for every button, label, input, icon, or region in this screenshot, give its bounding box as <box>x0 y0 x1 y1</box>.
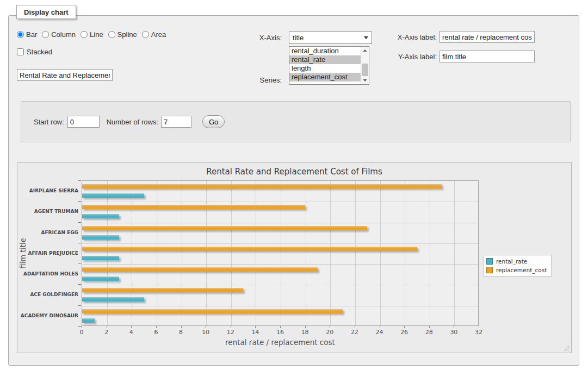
xaxis-title: rental rate / replacement cost <box>82 338 479 347</box>
gridline-x-30 <box>454 181 455 325</box>
chart-type-option-column: Column <box>42 30 76 39</box>
bar-rental_rate-adaptation-holes <box>82 277 119 281</box>
xaxis-tick <box>131 326 132 328</box>
yaxis-label-field-label: Y-Axis label: <box>383 53 437 61</box>
legend-label: rental_rate <box>496 258 527 265</box>
xaxis-tick-label: 0 <box>71 329 92 336</box>
xaxis-tick-label: 10 <box>195 329 216 336</box>
chart-type-label: Bar <box>26 30 37 39</box>
num-rows-input[interactable] <box>161 116 191 128</box>
category-label: ACADEMY DINOSAUR <box>17 313 78 318</box>
plot-area <box>82 180 479 326</box>
xaxis-label-field-label: X-Axis label: <box>383 33 437 41</box>
gridline-y <box>82 223 478 223</box>
bar-replacement_cost-airplane-sierra <box>82 184 442 189</box>
start-row-input[interactable] <box>67 116 100 128</box>
xaxis-tick <box>355 326 355 328</box>
xaxis-tick-label: 24 <box>369 329 391 336</box>
xaxis-tick-labels: 02468101214161820222426283032 <box>82 329 479 336</box>
xaxis-tick <box>305 326 306 328</box>
category-label: ADAPTATION HOLES <box>17 271 78 277</box>
bar-replacement_cost-adaptation-holes <box>82 267 318 272</box>
xaxis-tick <box>231 326 231 328</box>
chart-type-label: Area <box>151 30 166 39</box>
gridline-x-16 <box>281 181 281 325</box>
xaxis-tick <box>107 326 107 328</box>
yaxis-tick <box>78 326 81 327</box>
chart-type-radio-bar[interactable] <box>17 31 24 38</box>
chart-type-radio-line[interactable] <box>81 31 88 38</box>
category-label: AFRICAN EGG <box>17 230 78 235</box>
yaxis-tick <box>78 201 81 202</box>
xaxis-select-label: X-Axis: <box>226 34 282 42</box>
legend-swatch-replacement_cost <box>486 267 493 273</box>
gridline-y <box>82 306 478 306</box>
series-option-length[interactable]: length <box>289 64 361 73</box>
category-label: ACE GOLDFINGER <box>17 292 78 297</box>
series-option-rental_duration[interactable]: rental_duration <box>289 47 361 55</box>
series-listbox[interactable]: rental_durationrental_ratelengthreplacem… <box>289 46 369 85</box>
xaxis-tick-label: 26 <box>393 329 415 336</box>
gridline-x-8 <box>182 181 182 325</box>
dropdown-arrow-icon <box>364 36 368 39</box>
xaxis-tick-label: 12 <box>220 329 242 336</box>
yaxis-tick <box>78 222 81 223</box>
chart-type-label: Spline <box>117 30 137 39</box>
xaxis-tick-label: 22 <box>344 329 366 336</box>
xaxis-tick <box>404 326 405 328</box>
xaxis-tick <box>255 326 256 328</box>
chart-type-option-line: Line <box>81 30 103 39</box>
xaxis-tick <box>156 326 157 328</box>
xaxis-tick <box>280 326 281 328</box>
gridline-x-4 <box>132 181 132 325</box>
gridline-x-18 <box>306 181 306 325</box>
chart-title-input[interactable] <box>17 69 113 81</box>
bar-replacement_cost-academy-dinosaur <box>82 309 343 313</box>
chart-type-label: Line <box>90 30 103 39</box>
xaxis-tick <box>181 326 182 328</box>
scrollbar-down-icon[interactable] <box>361 77 369 84</box>
bar-rental_rate-agent-truman <box>82 214 119 218</box>
category-label: AGENT TRUMAN <box>17 209 78 214</box>
gridline-x-24 <box>380 181 381 325</box>
gridline-x-28 <box>430 181 430 325</box>
chart-type-label: Column <box>51 30 76 39</box>
xaxis-select[interactable]: title <box>289 32 372 44</box>
bar-rental_rate-african-egg <box>82 235 119 240</box>
series-option-replacement_cost[interactable]: replacement_cost <box>289 73 361 81</box>
series-option-rental_rate[interactable]: rental_rate <box>289 55 361 64</box>
gridline-x-14 <box>256 181 256 325</box>
resize-handle-icon[interactable] <box>563 344 570 351</box>
yaxis-tick <box>78 180 81 181</box>
page: Display chart BarColumnLineSplineArea St… <box>0 0 588 370</box>
xaxis-tick-label: 32 <box>468 329 490 336</box>
chart-type-radio-area[interactable] <box>142 31 149 38</box>
panel-title: Display chart <box>16 5 76 19</box>
xaxis-label-input[interactable] <box>440 31 535 43</box>
scrollbar-thumb[interactable] <box>362 64 368 76</box>
gridline-y <box>82 243 478 244</box>
xaxis-tick-label: 4 <box>120 329 142 336</box>
gridline-y <box>82 264 478 265</box>
xaxis-tick-label: 14 <box>244 329 266 336</box>
xaxis-tick-label: 6 <box>145 329 167 336</box>
xaxis-tick-label: 20 <box>319 329 341 336</box>
chart-type-radio-spline[interactable] <box>108 31 115 38</box>
scrollbar-up-icon[interactable] <box>361 47 369 54</box>
xaxis-tick-label: 18 <box>294 329 316 336</box>
bar-rental_rate-academy-dinosaur <box>82 318 95 323</box>
chart-title: Rental Rate and Replacement Cost of Film… <box>17 167 571 177</box>
legend-row-rental_rate: rental_rate <box>486 258 547 265</box>
chart-type-radio-column[interactable] <box>42 31 49 38</box>
gridline-x-20 <box>330 181 331 325</box>
gridline-y <box>82 285 478 285</box>
stacked-checkbox[interactable] <box>17 48 24 55</box>
yaxis-label-input[interactable] <box>440 51 535 62</box>
chart-legend: rental_ratereplacement_cost <box>483 255 552 277</box>
listbox-scrollbar[interactable] <box>361 47 369 84</box>
num-rows-label: Number of rows: <box>107 118 158 126</box>
bar-replacement_cost-agent-truman <box>82 205 305 209</box>
xaxis-tick-label: 28 <box>418 329 440 336</box>
xaxis-tick-label: 16 <box>269 329 291 336</box>
go-button[interactable]: Go <box>202 115 225 128</box>
